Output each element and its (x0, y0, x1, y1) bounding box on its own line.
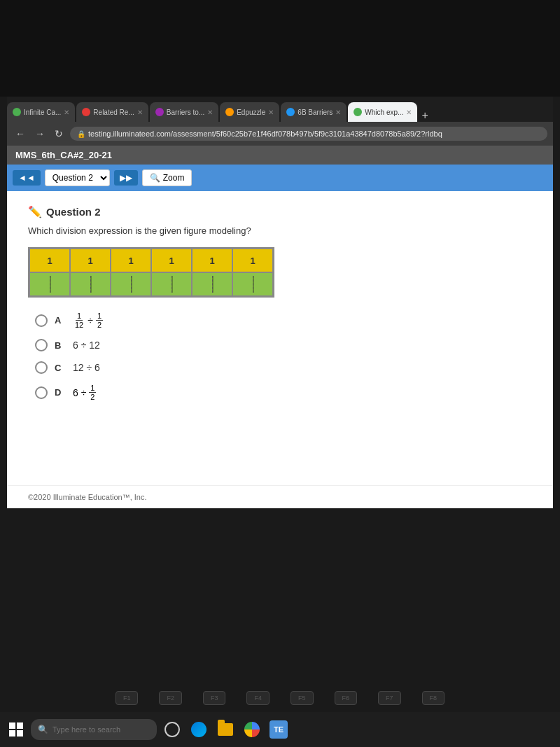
taskbar-te[interactable]: TE (267, 718, 290, 741)
taskbar-folder[interactable] (214, 718, 237, 741)
zoom-label: Zoom (163, 173, 185, 183)
question-selector[interactable]: Question 2 (45, 169, 110, 186)
windows-icon (9, 722, 23, 736)
answer-option-d[interactable]: D 6 ÷ 1 2 (35, 384, 532, 401)
grid-cell-top-1: 1 (29, 249, 70, 272)
tab-close-icon[interactable]: ✕ (268, 109, 274, 116)
tab-favicon (286, 108, 295, 116)
page-footer: ©2020 Illuminate Education™, Inc. (7, 485, 553, 508)
tab-favicon (82, 108, 90, 116)
assessment-toolbar: ◄◄ Question 2 ▶▶ 🔍 Zoom (7, 165, 553, 191)
answer-text-a: 1 12 ÷ 1 2 (73, 312, 104, 329)
radio-b[interactable] (35, 339, 48, 351)
key-f2: F2 (159, 691, 182, 705)
url-text: testing.illuminateed.com/assessment/5f60… (88, 130, 442, 138)
browser-tabs: Infinite Ca... ✕ Related Re... ✕ Barrier… (7, 97, 553, 122)
tab-close-icon[interactable]: ✕ (64, 109, 69, 116)
back-button[interactable]: ← (13, 127, 28, 141)
grid-cell-top-3: 1 (111, 249, 151, 272)
key-f7: F7 (378, 691, 401, 705)
tab-close-icon[interactable]: ✕ (137, 109, 143, 116)
zoom-icon: 🔍 (150, 173, 160, 183)
answer-label-b: B (55, 340, 66, 351)
tab-6b-barriers[interactable]: 6B Barriers ✕ (281, 102, 346, 122)
search-icon: 🔍 (38, 725, 48, 734)
question-header: ✏️ Question 2 (28, 205, 532, 218)
grid-cell-top-5: 1 (192, 249, 232, 272)
zoom-button[interactable]: 🔍 Zoom (142, 169, 192, 186)
tab-label: Barriers to... (167, 109, 204, 116)
key-f4: F4 (246, 691, 270, 705)
fraction-1-2: 1 2 (96, 312, 103, 329)
answer-choices: A 1 12 ÷ 1 2 B 6 ÷ 12 (28, 312, 532, 401)
tab-label: Edpuzzle (237, 109, 265, 116)
tab-favicon (225, 108, 234, 116)
search-input[interactable] (52, 725, 144, 734)
grid-cell-bottom-3 (111, 272, 151, 296)
grid-top-row: 1 1 1 1 1 1 (29, 249, 273, 272)
answer-option-a[interactable]: A 1 12 ÷ 1 2 (35, 312, 532, 329)
figure-grid: 1 1 1 1 1 1 (28, 247, 274, 298)
answer-option-b[interactable]: B 6 ÷ 12 (35, 339, 532, 351)
radio-a[interactable] (35, 314, 48, 327)
reload-button[interactable]: ↻ (52, 127, 66, 141)
key-f5: F5 (290, 691, 314, 705)
taskbar-search[interactable]: 🔍 (31, 719, 157, 740)
task-view-icon (164, 722, 180, 737)
answer-text-d: 6 ÷ 1 2 (73, 384, 97, 401)
folder-icon (218, 723, 233, 736)
taskbar-edge[interactable] (188, 718, 210, 741)
pencil-icon: ✏️ (28, 205, 42, 218)
grid-cell-bottom-4 (151, 272, 192, 296)
windows-taskbar: 🔍 TE (0, 712, 560, 747)
grid-bottom-row (29, 272, 273, 296)
tab-label: 6B Barriers (298, 109, 332, 116)
tab-barriers-to[interactable]: Barriers to... ✕ (150, 102, 218, 122)
tab-close-icon[interactable]: ✕ (335, 109, 341, 116)
address-bar[interactable]: 🔒 testing.illuminateed.com/assessment/5f… (70, 127, 547, 141)
back-question-button[interactable]: ◄◄ (13, 170, 41, 186)
key-f3: F3 (203, 691, 226, 705)
answer-option-c[interactable]: C 12 ÷ 6 (35, 361, 532, 374)
start-button[interactable] (6, 719, 27, 740)
answer-text-b: 6 ÷ 12 (73, 340, 100, 351)
grid-cell-top-2: 1 (70, 249, 111, 272)
radio-d[interactable] (35, 386, 48, 399)
tab-close-icon[interactable]: ✕ (207, 109, 213, 116)
question-content: ✏️ Question 2 Which division expression … (7, 191, 553, 485)
question-text: Which division expression is the given f… (28, 225, 532, 236)
taskbar-google[interactable] (241, 718, 263, 741)
answer-label-d: D (55, 387, 66, 398)
key-f8: F8 (422, 691, 445, 705)
assessment-title: MMS_6th_CA#2_20-21 (7, 146, 553, 165)
tab-edpuzzle[interactable]: Edpuzzle ✕ (220, 102, 279, 122)
grid-cell-top-4: 1 (151, 249, 192, 272)
question-number: Question 2 (46, 206, 101, 218)
radio-c[interactable] (35, 361, 48, 374)
tab-infinite-campus[interactable]: Infinite Ca... ✕ (7, 102, 75, 122)
tab-which-exp[interactable]: Which exp... ✕ (348, 102, 417, 122)
fraction-1-12: 1 12 (74, 312, 85, 329)
tab-label: Which exp... (365, 109, 403, 116)
google-icon (244, 722, 260, 737)
new-tab-button[interactable]: + (419, 109, 430, 122)
figure-grid-container: 1 1 1 1 1 1 (28, 247, 274, 298)
fraction-d-1-2: 1 2 (89, 384, 96, 401)
grid-cell-bottom-5 (192, 272, 232, 296)
forward-button[interactable]: → (32, 127, 48, 141)
taskbar-task-view[interactable] (161, 718, 183, 741)
tab-favicon (354, 108, 362, 116)
answer-label-c: C (55, 363, 66, 373)
tab-label: Infinite Ca... (24, 109, 61, 116)
grid-cell-top-6: 1 (232, 249, 273, 272)
lock-icon: 🔒 (77, 130, 85, 138)
tab-close-icon[interactable]: ✕ (406, 109, 412, 116)
edge-browser-icon (191, 722, 206, 737)
tab-label: Related Re... (93, 109, 134, 116)
grid-cell-bottom-6 (232, 272, 273, 296)
tab-related-res[interactable]: Related Re... ✕ (76, 102, 148, 122)
address-bar-row: ← → ↻ 🔒 testing.illuminateed.com/assessm… (7, 122, 553, 146)
forward-question-button[interactable]: ▶▶ (114, 170, 138, 186)
tab-favicon (13, 108, 21, 116)
keyboard-area: F1 F2 F3 F4 F5 F6 F7 F8 (0, 509, 560, 712)
